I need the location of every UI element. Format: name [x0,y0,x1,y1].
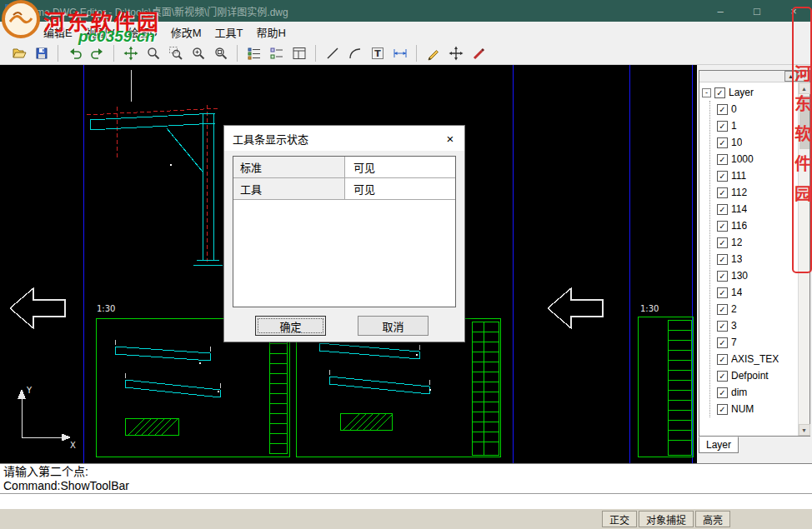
arc-tool-button[interactable] [344,43,365,63]
open-button[interactable] [8,43,29,63]
layer-row[interactable]: ✓111 [717,167,798,184]
layer-tree-root[interactable]: - ✓ Layer [702,84,798,101]
layer-row[interactable]: ✓0 [717,101,798,117]
menu-item-tools[interactable]: 工具T [208,22,250,42]
checkbox-icon[interactable]: ✓ [717,387,728,398]
marker-tool-button[interactable] [468,43,489,63]
checkbox-icon[interactable]: ✓ [717,137,728,148]
layer-row[interactable]: ✓7 [717,334,798,351]
minimize-button[interactable]: – [702,0,739,22]
checkbox-icon[interactable]: ✓ [717,354,728,365]
layer-row[interactable]: ✓dim [717,384,798,401]
checkbox-icon[interactable]: ✓ [717,254,728,265]
line-tool-button[interactable] [322,43,343,63]
checkbox-icon[interactable]: ✓ [717,237,728,248]
undo-button[interactable] [64,43,85,63]
highlight-toggle[interactable]: 高亮 [695,511,730,527]
toolbar-separator [315,45,316,62]
checkbox-icon[interactable]: ✓ [717,304,728,315]
layer-row[interactable]: ✓3 [717,317,798,334]
watermark-stamp: 河东软件园 [792,7,812,273]
checkbox-icon[interactable]: ✓ [717,187,728,198]
checkbox-icon[interactable]: ✓ [717,337,728,348]
checkbox-icon[interactable]: ✓ [717,171,728,182]
folder-open-icon [12,46,27,61]
scroll-down-icon[interactable]: ▼ [799,424,810,436]
layer-row[interactable]: ✓112 [717,184,798,201]
layer-row[interactable]: ✓AXIS_TEX [717,351,798,367]
layer-row[interactable]: ✓10 [717,134,798,151]
zoom-extents-button[interactable] [210,43,231,63]
layer-label: NUM [731,403,754,415]
checkbox-icon[interactable]: ✓ [717,271,728,282]
zoom-realtime-button[interactable] [143,43,163,63]
checkbox-icon[interactable]: ✓ [717,371,728,382]
checkbox-icon[interactable]: ✓ [717,121,728,132]
menu-item-modify[interactable]: 修改M [164,22,208,42]
block-list-button[interactable] [266,43,287,63]
named-views-button[interactable] [288,43,309,63]
command-input[interactable] [0,493,812,508]
dimension-icon [393,46,408,61]
dimension-ticks [115,337,429,388]
layer-label: 14 [731,287,742,298]
zoom-window-icon [168,46,183,61]
checkbox-icon[interactable]: ✓ [717,321,728,332]
sketch-tool-button[interactable] [423,43,444,63]
zoom-window-button[interactable] [165,43,186,63]
layer-row[interactable]: ✓2 [717,301,798,317]
layer-tree-children: ✓0 ✓1 ✓10 ✓1000 ✓111 ✓112 ✓114 ✓116 ✓12 … [709,101,798,417]
layer-label: 3 [731,320,737,332]
layer-list-button[interactable] [243,43,264,63]
dimension-tool-button[interactable] [389,43,410,63]
layer-row[interactable]: ✓116 [717,217,798,234]
layer-row[interactable]: ✓NUM [717,401,798,417]
ortho-toggle[interactable]: 正交 [602,511,637,527]
layer-row[interactable]: ✓Defpoint [717,367,798,384]
pan-button[interactable] [120,43,141,63]
menu-item-help[interactable]: 帮助H [250,22,293,42]
checkbox-icon[interactable]: ✓ [717,221,728,232]
arc-icon [348,46,363,61]
toolbar-list-row[interactable]: 工具 可见 [233,178,455,200]
watermark-site-url: pc0359.cn [78,27,155,46]
zoom-in-button[interactable] [188,43,208,63]
command-history: 请输入第二个点: Command:ShowToolBar [0,463,812,493]
layer-row[interactable]: ✓130 [717,267,798,284]
layer-row[interactable]: ✓1 [717,117,798,134]
scale-label-left: 1:30 [97,304,115,313]
text-tool-button[interactable]: T [367,43,388,63]
layer-row[interactable]: ✓12 [717,234,798,251]
layer-tab[interactable]: Layer [699,437,739,453]
checkbox-icon[interactable]: ✓ [717,287,728,298]
save-button[interactable] [31,43,52,63]
maximize-button[interactable]: □ [739,0,775,22]
checkbox-icon[interactable]: ✓ [717,104,728,115]
layer-row[interactable]: ✓114 [717,201,798,217]
checkbox-icon[interactable]: ✓ [717,154,728,165]
checkbox-icon[interactable]: ✓ [717,404,728,415]
ok-button[interactable]: 确定 [255,316,326,336]
layer-row[interactable]: ✓14 [717,284,798,301]
toolbar-separator [113,45,114,62]
checkbox-icon[interactable]: ✓ [714,87,725,98]
layer-row[interactable]: ✓13 [717,251,798,267]
status-toggle-group: 正交 对象捕捉 高亮 [602,511,730,527]
text-icon-glyph: T [374,48,381,59]
toolbar-list-row[interactable]: 标准 可见 [233,157,455,178]
dialog-close-button[interactable]: × [436,126,464,151]
layer-label: 112 [731,187,747,198]
cancel-button[interactable]: 取消 [358,316,429,336]
layer-label: 116 [731,220,747,232]
layer-row[interactable]: ✓1000 [717,151,798,167]
layer-label: 130 [731,270,748,282]
beam-details [115,343,429,397]
redo-button[interactable] [87,43,108,63]
ucs-y-label: Y [26,386,33,395]
layer-label: 2 [731,303,737,315]
redo-icon [90,46,105,61]
move-tool-button[interactable] [445,43,466,63]
collapse-box-icon[interactable]: - [702,88,711,97]
checkbox-icon[interactable]: ✓ [717,204,728,215]
osnap-toggle[interactable]: 对象捕捉 [639,511,694,527]
